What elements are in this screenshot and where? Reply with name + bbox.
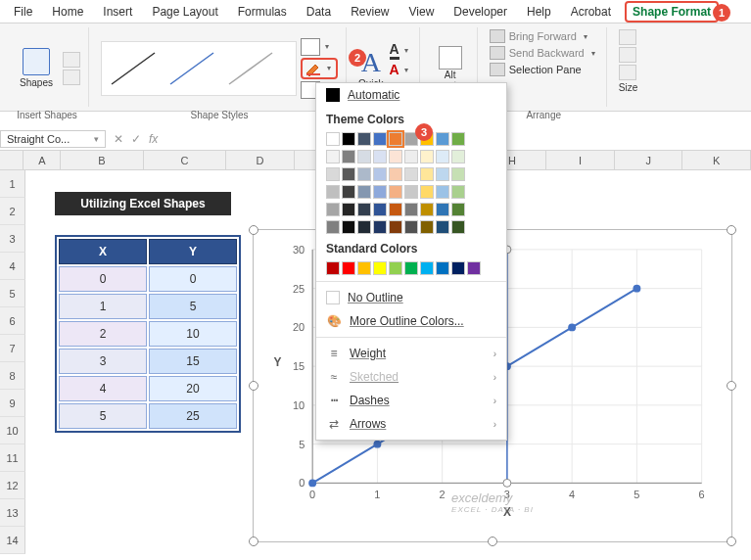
- table-cell[interactable]: 1: [59, 294, 147, 319]
- shape-fill-button[interactable]: ▾: [301, 38, 338, 56]
- row-header[interactable]: 11: [0, 444, 25, 472]
- col-header[interactable]: K: [682, 151, 751, 169]
- theme-tint-swatch[interactable]: [404, 203, 418, 216]
- more-outline-colors[interactable]: 🎨More Outline Colors...: [316, 309, 506, 333]
- arrows-submenu[interactable]: ⇄Arrows›: [316, 412, 506, 436]
- row-header[interactable]: 5: [0, 280, 25, 307]
- line-shape-icon[interactable]: [63, 52, 80, 68]
- theme-tint-swatch[interactable]: [420, 203, 434, 216]
- row-header[interactable]: 10: [0, 417, 25, 444]
- theme-tint-swatch[interactable]: [420, 220, 434, 234]
- tab-developer[interactable]: Developer: [444, 1, 517, 23]
- tab-formulas[interactable]: Formulas: [228, 1, 297, 23]
- theme-tint-swatch[interactable]: [404, 150, 418, 163]
- table-cell[interactable]: 5: [59, 403, 147, 429]
- tab-file[interactable]: File: [4, 1, 42, 23]
- theme-tint-swatch[interactable]: [451, 167, 465, 181]
- theme-tint-swatch[interactable]: [373, 150, 387, 163]
- theme-tint-swatch[interactable]: [342, 167, 355, 181]
- row-header[interactable]: 3: [0, 225, 25, 253]
- selection-handle[interactable]: [727, 537, 736, 546]
- theme-tint-swatch[interactable]: [436, 185, 449, 199]
- automatic-color[interactable]: Automatic: [316, 83, 506, 107]
- tab-help[interactable]: Help: [517, 1, 561, 23]
- row-header[interactable]: 12: [0, 472, 25, 499]
- theme-color-swatch[interactable]: [389, 132, 402, 146]
- selection-pane-button[interactable]: Selection Pane: [490, 63, 598, 76]
- theme-tint-swatch[interactable]: [326, 220, 340, 234]
- row-header[interactable]: 4: [0, 253, 25, 280]
- theme-tint-swatch[interactable]: [436, 203, 449, 216]
- standard-color-swatch[interactable]: [436, 261, 449, 275]
- text-outline-button[interactable]: A▾: [390, 62, 411, 77]
- weight-submenu[interactable]: ≡Weight›: [316, 342, 506, 365]
- rotate-button[interactable]: [619, 65, 636, 80]
- row-header[interactable]: 14: [0, 527, 25, 554]
- theme-color-swatch[interactable]: [342, 132, 355, 146]
- theme-tint-swatch[interactable]: [420, 150, 434, 163]
- theme-tint-swatch[interactable]: [451, 185, 465, 199]
- textbox-icon[interactable]: [63, 70, 80, 85]
- dashes-submenu[interactable]: ┅Dashes›: [316, 389, 506, 412]
- theme-tint-swatch[interactable]: [357, 203, 371, 216]
- selection-handle[interactable]: [727, 225, 736, 235]
- standard-color-swatch[interactable]: [467, 261, 481, 275]
- row-header[interactable]: 1: [0, 170, 25, 198]
- style-gallery[interactable]: [101, 41, 297, 96]
- align-button[interactable]: [619, 29, 636, 45]
- theme-tint-swatch[interactable]: [342, 185, 355, 199]
- col-header[interactable]: I: [546, 151, 615, 169]
- col-header[interactable]: C: [144, 151, 227, 169]
- tab-shape-format[interactable]: Shape Format: [625, 1, 719, 23]
- theme-color-swatch[interactable]: [451, 132, 465, 146]
- theme-tint-swatch[interactable]: [357, 220, 371, 234]
- selection-handle[interactable]: [249, 381, 258, 391]
- enter-icon[interactable]: ✓: [131, 132, 141, 146]
- standard-color-swatch[interactable]: [357, 261, 371, 275]
- theme-tint-swatch[interactable]: [373, 185, 387, 199]
- tab-review[interactable]: Review: [341, 1, 399, 23]
- tab-page-layout[interactable]: Page Layout: [142, 1, 227, 23]
- theme-tint-swatch[interactable]: [451, 150, 465, 163]
- send-backward-button[interactable]: Send Backward▾: [490, 46, 598, 60]
- standard-color-swatch[interactable]: [326, 261, 340, 275]
- theme-tint-swatch[interactable]: [357, 150, 371, 163]
- table-cell[interactable]: 10: [149, 321, 237, 347]
- group-button[interactable]: [619, 47, 636, 63]
- theme-tint-swatch[interactable]: [451, 203, 465, 216]
- table-cell[interactable]: 2: [59, 321, 147, 347]
- shapes-button[interactable]: Shapes: [14, 39, 59, 98]
- theme-tint-swatch[interactable]: [420, 185, 434, 199]
- row-header[interactable]: 6: [0, 307, 25, 335]
- theme-tint-swatch[interactable]: [436, 150, 449, 163]
- theme-tint-swatch[interactable]: [357, 167, 371, 181]
- theme-tint-swatch[interactable]: [357, 185, 371, 199]
- theme-color-swatch[interactable]: [326, 132, 340, 146]
- shape-outline-button[interactable]: ▾: [301, 58, 338, 79]
- theme-tint-swatch[interactable]: [326, 167, 340, 181]
- table-cell[interactable]: 5: [149, 294, 237, 319]
- theme-tint-swatch[interactable]: [436, 220, 449, 234]
- theme-tint-swatch[interactable]: [326, 203, 340, 216]
- bring-forward-button[interactable]: Bring Forward▾: [490, 29, 598, 43]
- theme-tint-swatch[interactable]: [451, 220, 465, 234]
- table-cell[interactable]: 0: [149, 266, 237, 292]
- theme-tint-swatch[interactable]: [342, 203, 355, 216]
- selection-handle[interactable]: [488, 537, 497, 546]
- theme-tint-swatch[interactable]: [373, 220, 387, 234]
- theme-tint-swatch[interactable]: [389, 185, 402, 199]
- col-header[interactable]: J: [615, 151, 683, 169]
- name-box[interactable]: Straight Co...▾: [0, 130, 106, 148]
- theme-tint-swatch[interactable]: [404, 185, 418, 199]
- theme-tint-swatch[interactable]: [389, 167, 402, 181]
- standard-color-swatch[interactable]: [373, 261, 387, 275]
- theme-tint-swatch[interactable]: [389, 203, 402, 216]
- col-header[interactable]: B: [61, 151, 144, 169]
- no-outline[interactable]: No Outline: [316, 286, 506, 309]
- selection-handle[interactable]: [249, 225, 258, 235]
- table-cell[interactable]: 0: [59, 266, 147, 292]
- tab-insert[interactable]: Insert: [93, 1, 142, 23]
- selection-handle[interactable]: [727, 381, 736, 391]
- tab-view[interactable]: View: [399, 1, 445, 23]
- theme-tint-swatch[interactable]: [404, 167, 418, 181]
